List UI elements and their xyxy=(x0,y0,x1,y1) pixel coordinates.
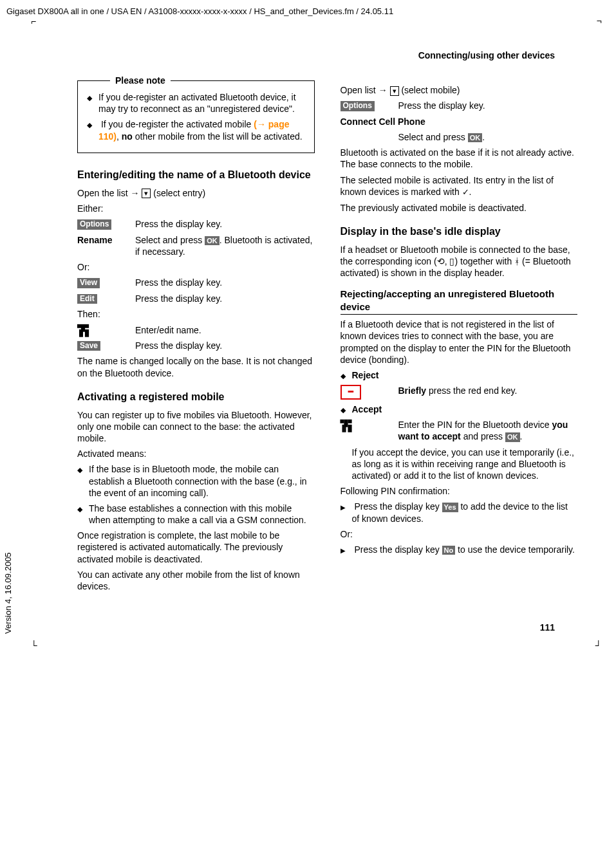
note-box: Please note If you de-register an activa… xyxy=(77,80,315,153)
options-desc: Press the display key. xyxy=(135,218,315,230)
accept-desc: Enter the PIN for the Bluetooth device y… xyxy=(398,419,578,442)
crop-mark: ¬ xyxy=(597,15,602,27)
name-changed-paragraph: The name is changed locally on the base.… xyxy=(77,355,315,378)
edit-desc: Press the display key. xyxy=(135,293,315,304)
crop-mark: ⌐ xyxy=(31,15,36,27)
accept-note-paragraph: If you accept the device, you can use it… xyxy=(341,447,578,482)
keypad-icon: ▀█▀▐▌█ xyxy=(341,421,352,431)
open-list-line: Open the list → ▾ (select entry) xyxy=(77,187,315,199)
display-idle-paragraph: If a headset or Bluetooth mobile is con­… xyxy=(341,244,578,279)
crop-mark: └ xyxy=(31,640,37,651)
reject-desc: Briefly press the red end key. xyxy=(398,385,578,396)
bt-activated-paragraph: Bluetooth is activated on the base if it… xyxy=(341,147,578,170)
ok-key[interactable]: OK xyxy=(505,432,520,441)
rename-label: Rename xyxy=(77,235,112,245)
options-softkey[interactable]: Options xyxy=(77,219,111,230)
keypad-icon: ▀█▀▐▌█ xyxy=(77,326,89,336)
page-number: 111 xyxy=(77,622,555,633)
document-path-header: Gigaset DX800A all in one / USA EN / A31… xyxy=(6,6,577,17)
edit-softkey[interactable]: Edit xyxy=(77,294,97,304)
rename-desc: Select and press OK. Bluetooth is activa… xyxy=(135,234,315,257)
options-desc-r: Press the display key. xyxy=(398,100,578,111)
save-softkey[interactable]: Save xyxy=(77,341,100,351)
reject-label: Reject xyxy=(352,370,379,380)
connect-label: Connect Cell Phone xyxy=(341,116,425,127)
check-icon: ✓ xyxy=(462,187,469,197)
nav-down-icon: ▾ xyxy=(142,189,151,198)
heading-reject-accept: Rejecting/accepting an unregistered Blue… xyxy=(341,288,578,315)
note-title: Please note xyxy=(110,75,171,86)
view-softkey[interactable]: View xyxy=(77,278,100,288)
headset-icon: ⟲ xyxy=(437,256,445,266)
nav-down-icon: ▾ xyxy=(390,86,399,96)
activating-p1: You can register up to five mobiles via … xyxy=(77,409,315,445)
any-other-paragraph: You can activate any other mobile from t… xyxy=(77,569,315,592)
ok-key[interactable]: OK xyxy=(205,236,219,245)
following-pin-paragraph: Following PIN confirmation: xyxy=(341,485,578,497)
no-softkey[interactable]: No xyxy=(442,546,456,555)
either-label: Either: xyxy=(77,203,315,214)
once-registration-paragraph: Once registration is complete, the last … xyxy=(77,530,315,565)
heading-display-idle: Display in the base's idle display xyxy=(341,225,578,239)
or-label: Or: xyxy=(77,261,315,273)
version-sidebar: Version 4, 16.09.2005 xyxy=(3,552,14,634)
prev-deactivated-paragraph: The previously activated mobile is deact… xyxy=(341,202,578,214)
heading-activating: Activating a registered mobile xyxy=(77,391,315,404)
save-desc: Press the display key. xyxy=(135,340,315,351)
no-step: Press the display key No to use the devi… xyxy=(352,544,578,555)
activating-p2: Activated means: xyxy=(77,448,315,459)
view-desc: Press the display key. xyxy=(135,277,315,288)
then-label: Then: xyxy=(77,308,315,320)
yes-softkey[interactable]: Yes xyxy=(442,503,458,512)
running-header: Connecting/using other devices xyxy=(77,50,555,61)
bluetooth-icon: ᚼ xyxy=(514,256,519,266)
crop-mark: ┘ xyxy=(595,640,602,651)
open-list-line-r: Open list → ▾ (select mobile) xyxy=(341,84,578,96)
note-bullet-2: If you de-register the activated mobile … xyxy=(98,118,305,142)
accept-label: Accept xyxy=(352,404,382,414)
connect-desc: Select and press OK. xyxy=(398,131,578,143)
selected-paragraph: The selected mobile is activated. Its en… xyxy=(341,174,578,198)
activating-bullet-1: If the base is in Bluetooth mode, the mo… xyxy=(89,463,315,499)
reject-accept-paragraph: If a Bluetooth device that is not regist… xyxy=(341,319,578,366)
red-end-key-icon[interactable]: ━ xyxy=(341,385,361,400)
ok-key[interactable]: OK xyxy=(468,133,483,142)
or-label-r: Or: xyxy=(341,528,578,540)
note-bullet-1: If you de-register an activated Blue­too… xyxy=(98,91,305,115)
activating-bullet-2: The base establishes a connection with t… xyxy=(89,503,315,526)
right-column: Open list → ▾ (select mobile) Options Pr… xyxy=(341,80,578,596)
left-column: Please note If you de-register an activa… xyxy=(77,80,315,596)
enter-name-desc: Enter/edit name. xyxy=(135,324,315,336)
yes-step: Press the display key Yes to add the dev… xyxy=(352,501,578,524)
heading-entering-name: Entering/editing the name of a Bluetooth… xyxy=(77,169,315,182)
options-softkey[interactable]: Options xyxy=(341,101,375,111)
